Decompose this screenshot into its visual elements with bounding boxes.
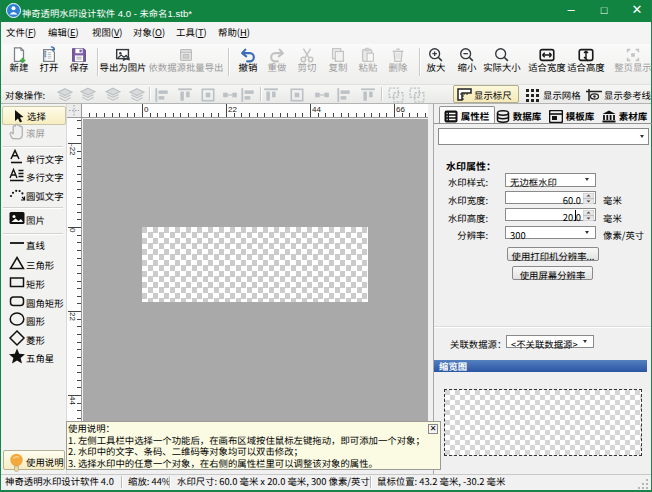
svg-text:44: 44: [68, 396, 77, 405]
svg-text:-22: -22: [68, 144, 77, 156]
svg-text:0: 0: [68, 228, 77, 233]
svg-text:22: 22: [68, 312, 77, 321]
